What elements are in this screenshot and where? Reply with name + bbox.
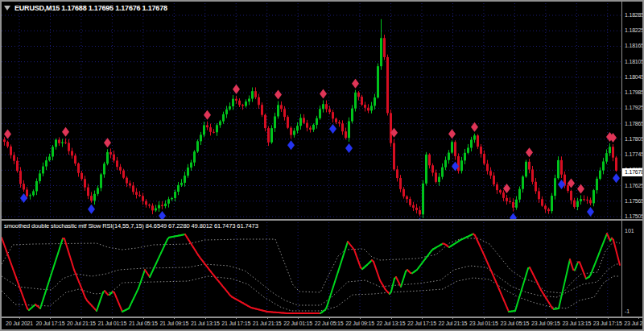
time-axis-label: 21 Jul 17:15 (221, 321, 250, 326)
mt4-chart-window: EURUSD,M15 1.17688 1.17695 1.17676 1.176… (0, 0, 644, 331)
stochastic-bands (2, 238, 620, 311)
price-axis-label: 1.17505 (625, 213, 644, 219)
indicator-scale-min: -1 (625, 308, 630, 314)
indicator-scale-max: 101 (625, 228, 634, 234)
panel-separator[interactable] (2, 317, 642, 318)
price-axis-label: 1.18225 (625, 27, 644, 33)
stochastic-main-line (2, 234, 620, 313)
time-axis-label: 23 Jul 01:15 (469, 321, 498, 326)
time-axis-label: 22 Jul 05:15 (315, 321, 344, 326)
price-axis-label: 1.17565 (625, 198, 644, 204)
candles (3, 19, 617, 218)
symbol-marker-icon (4, 6, 10, 10)
time-axis-label: 23 Jul 09:15 (531, 321, 560, 326)
time-axis-label: 21 Jul 21:15 (253, 321, 282, 326)
time-axis-label: 23 Jul 13:15 (562, 321, 591, 326)
price-axis-label: 1.18105 (625, 59, 644, 64)
price-axis-label: 1.17805 (625, 136, 644, 142)
time-axis-label: 20 Jul 2021 (6, 321, 33, 326)
price-axis-label: 1.17625 (625, 183, 644, 188)
price-axis-label: 1.17745 (625, 151, 644, 157)
signal-diamonds (4, 79, 620, 219)
symbol-quote-text: EURUSD,M15 1.17688 1.17695 1.17676 1.176… (14, 4, 167, 12)
time-axis-label: 22 Jul 13:15 (377, 321, 406, 326)
time-axis-label: 22 Jul 09:15 (345, 321, 374, 326)
time-axis-label: 21 Jul 01:15 (98, 321, 127, 326)
price-axis-label: 1.17985 (625, 89, 644, 95)
time-axis-label: 22 Jul 17:15 (407, 321, 436, 326)
time-axis-label: 23 Jul 05:15 (500, 321, 529, 326)
time-axis-label: 21 Jul 05:15 (129, 321, 158, 326)
time-axis-label: 23 Jul 17:15 (593, 321, 622, 326)
time-axis-label: 20 Jul 17:15 (36, 321, 65, 326)
time-axis-label: 20 Jul 21:15 (67, 321, 96, 326)
chart-title: EURUSD,M15 1.17688 1.17695 1.17676 1.176… (4, 3, 167, 13)
time-axis-label: 21 Jul 13:15 (191, 321, 220, 326)
price-axis-border (621, 2, 622, 317)
indicator-grid (19, 222, 608, 316)
price-axis-label: 1.18165 (625, 43, 644, 48)
price-axis-label: 1.18045 (625, 74, 644, 80)
price-axis-label: 1.18285 (625, 12, 644, 18)
current-price-tag: 1.17678 (622, 168, 642, 176)
indicator-canvas[interactable] (2, 221, 621, 317)
time-axis-label: 22 Jul 01:15 (283, 321, 312, 326)
time-axis-label: 22 Jul 21:15 (439, 321, 468, 326)
price-grid (2, 3, 621, 217)
time-axis[interactable]: 20 Jul 202120 Jul 17:1520 Jul 21:1521 Ju… (2, 318, 642, 329)
price-axis[interactable]: 1.182851.182251.181651.181051.180451.179… (622, 2, 642, 219)
time-axis-label: 21 Jul 09:15 (159, 321, 188, 326)
time-axis-label: 23 Jul 21:15 (624, 321, 644, 326)
price-axis-label: 1.17925 (625, 105, 644, 110)
indicator-label: smoothed double stochastic mtf Slow RSI(… (4, 222, 258, 230)
panel-separator[interactable] (2, 219, 642, 221)
price-chart-canvas[interactable] (2, 2, 621, 219)
price-axis-label: 1.17865 (625, 121, 644, 126)
